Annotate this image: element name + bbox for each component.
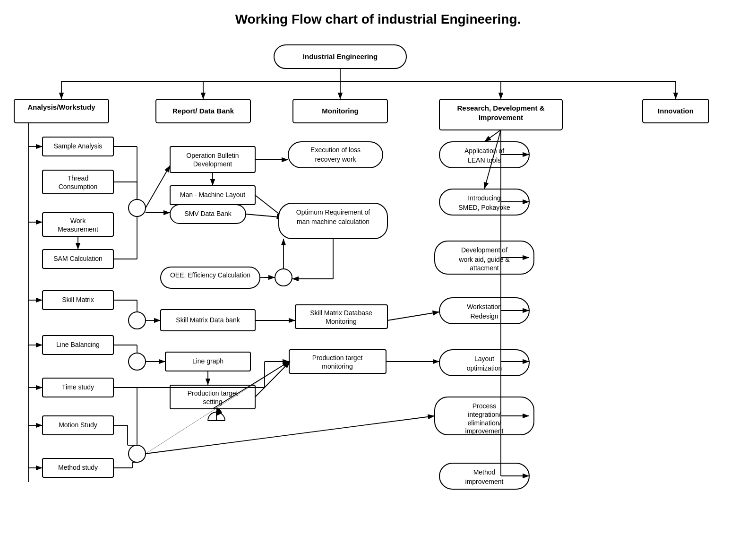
process-int-label3: elimination/ (468, 419, 501, 427)
layout-opt-label: Layout (474, 355, 494, 362)
innovation-label: Innovation (658, 107, 694, 115)
root-label: Industrial Engineering (303, 52, 378, 60)
lean-tools-label: Application of (464, 147, 504, 155)
junction1 (129, 199, 146, 216)
work-measurement-label: Work (70, 217, 86, 224)
junction-oee (275, 269, 292, 286)
method-study-label: Method study (58, 464, 98, 471)
workstation-label2: Redesign (470, 312, 498, 320)
line-graph-label: Line graph (192, 357, 223, 365)
svg-line-28 (246, 214, 284, 217)
smed-label2: SMED, Pokayoke (458, 204, 510, 211)
skill-matrix-label: Skill Matrix (62, 296, 94, 303)
exec-loss-label2: recovery work (315, 155, 356, 163)
skill-matrix-monitoring-label: Skill Matrix Database (310, 309, 372, 317)
time-study-label: Time study (62, 383, 94, 391)
layout-opt-node (439, 350, 529, 376)
skill-matrix-monitoring-label2: Monitoring (326, 318, 356, 325)
rd-label2: Improvement (479, 113, 523, 121)
sample-analysis-label: Sample Analysis (54, 142, 103, 150)
motion-study-label: Motion Study (59, 421, 97, 429)
junction-skill (129, 312, 146, 329)
exec-loss-label: Execution of loss (310, 146, 361, 154)
thread-consumption-label: Thread (68, 174, 88, 182)
optimum-req-label2: man machine calculation (297, 218, 369, 225)
svg-line-53 (146, 416, 435, 454)
line-balancing-label: Line Balancing (56, 341, 100, 348)
report-label: Report/ Data Bank (172, 107, 234, 115)
rd-label: Research, Development & (457, 104, 544, 112)
process-int-label2: integration/ (468, 411, 500, 418)
method-imp-label2: improvement (465, 478, 504, 485)
smed-label: Introducing (468, 194, 500, 202)
prod-target-monitoring-label2: monitoring (322, 362, 352, 370)
main-title: Working Flow chart of industrial Enginee… (235, 12, 521, 26)
op-bulletin-label2: Development (193, 160, 232, 168)
man-machine-label: Man - Machine Layout (180, 191, 246, 198)
flowchart: Working Flow chart of industrial Enginee… (0, 0, 756, 535)
svg-line-24 (146, 165, 170, 208)
workstation-label: Workstation (467, 303, 502, 311)
lean-tools-label2: LEAN tools (468, 156, 501, 164)
thread-consumption-label2: Consumption (59, 183, 98, 190)
junction-lb (129, 353, 146, 370)
prod-target-monitoring-label: Production target (312, 354, 363, 362)
page: Working Flow chart of industrial Enginee… (0, 0, 756, 535)
svg-line-69 (146, 362, 289, 454)
work-measurement-label2: Measurement (58, 225, 98, 233)
oee-label: OEE, Efficiency Calculation (170, 271, 250, 279)
analysis-label: Analysis/Workstudy (27, 103, 95, 111)
junction-bottom (129, 445, 146, 462)
work-aid-label2: work aid, guide & (458, 256, 510, 263)
optimum-req-label: Optimum Requirement of (296, 208, 370, 216)
skill-matrix-db-label: Skill Matrix Data bank (176, 316, 240, 324)
work-aid-label3: attacment (470, 264, 499, 272)
prod-target-setting-label: Production target (188, 389, 238, 397)
layout-opt-label2: optimization (467, 364, 502, 372)
smv-label: SMV Data Bank (184, 210, 232, 217)
process-int-label4: improvement (465, 427, 504, 435)
monitoring-label: Monitoring (322, 107, 358, 115)
process-int-label: Process (472, 402, 497, 410)
svg-line-51 (387, 312, 439, 320)
op-bulletin-label: Operation Bulletin (186, 152, 239, 159)
op-bulletin-node (170, 147, 255, 173)
sam-calculation-label: SAM Calculation (53, 255, 103, 262)
method-imp-label: Method (473, 468, 496, 476)
